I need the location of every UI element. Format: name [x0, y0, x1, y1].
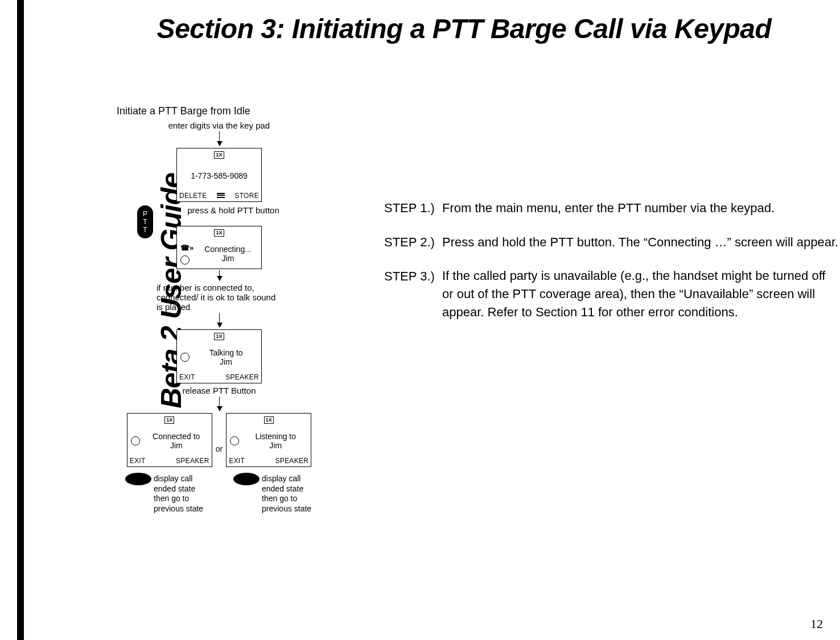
sidebar: PTT Beta 2 User Guide: [0, 0, 80, 640]
page-title: Section 3: Initiating a PTT Barge Call v…: [100, 11, 829, 47]
softkey-speaker: SPEAKER: [225, 373, 259, 381]
softkey-store: STORE: [234, 192, 259, 200]
face-talk-icon: [180, 353, 190, 362]
phone-screen-listening: 1X Listening to Jim EXIT SPEAKER: [226, 413, 311, 467]
diagram-end-note: display call ended state then go to prev…: [228, 474, 319, 514]
screen-line: Jim: [244, 441, 307, 450]
diagram-step-release: release PTT Button: [117, 386, 322, 395]
phone-out-icon: ☎»: [180, 243, 193, 252]
flow-diagram: Initiate a PTT Barge from Idle enter dig…: [117, 105, 322, 514]
step-item: STEP 1.) From the main menu, enter the P…: [384, 199, 839, 217]
signal-1x-icon: 1X: [214, 151, 224, 159]
signal-1x-icon: 1X: [214, 333, 224, 340]
signal-1x-icon: 1X: [214, 229, 224, 237]
softkey-delete: DELETE: [179, 192, 207, 200]
diagram-step-enter-digits: enter digits via the key pad: [117, 121, 322, 130]
phone-screen-talking: 1X Talking to Jim EXIT SPEAKER: [176, 329, 262, 383]
diagram-note-connected: if number is connected to, connected/ it…: [157, 283, 282, 312]
softkey-exit: EXIT: [179, 373, 195, 381]
screen-line: Listening to: [244, 432, 307, 441]
phone-screen-connected: 1X Connected to Jim EXIT SPEAKER: [127, 413, 212, 467]
phone-screen-connecting: 1X ☎» Connecting... Jim: [176, 226, 262, 269]
step-body: From the main menu, enter the PTT number…: [384, 199, 839, 217]
menu-icon: [217, 192, 225, 200]
step-item: STEP 2.) Press and hold the PTT button. …: [384, 233, 839, 251]
screen-line: Jim: [198, 254, 258, 263]
step-body: Press and hold the PTT button. The “Conn…: [384, 233, 839, 251]
face-icon: [180, 255, 190, 265]
step-label: STEP 2.): [384, 235, 435, 249]
arrow-icon: [219, 270, 220, 280]
screen-line: Jim: [194, 357, 258, 366]
screen-line: Talking to: [194, 348, 258, 357]
step-body: If the called party is unavailable (e.g.…: [384, 267, 839, 321]
arrow-icon: [219, 397, 220, 411]
signal-1x-icon: 1X: [264, 416, 274, 424]
softkey-speaker: SPEAKER: [275, 457, 308, 465]
sidebar-stripe: [17, 0, 24, 640]
softkey-exit: EXIT: [229, 457, 245, 465]
face-idle-icon: [131, 436, 140, 445]
screen-line: Connected to: [145, 432, 208, 441]
page-number: 12: [810, 617, 823, 631]
screen-line: Jim: [145, 441, 208, 450]
step-label: STEP 3.): [384, 269, 435, 283]
signal-1x-icon: 1X: [164, 416, 174, 424]
dialed-number: 1-773-585-9089: [191, 171, 248, 180]
diagram-or-label: or: [216, 427, 223, 453]
screen-line: Connecting...: [198, 245, 258, 254]
step-item: STEP 3.) If the called party is unavaila…: [384, 267, 839, 322]
step-label: STEP 1.): [384, 201, 435, 215]
softkey-speaker: SPEAKER: [176, 457, 209, 465]
arrow-icon: [219, 313, 220, 327]
diagram-end-note: display call ended state then go to prev…: [120, 474, 211, 514]
steps-list: STEP 1.) From the main menu, enter the P…: [384, 199, 839, 337]
face-listen-icon: [230, 436, 239, 445]
diagram-title: Initiate a PTT Barge from Idle: [117, 105, 322, 117]
ptt-button-icon: PTT: [137, 205, 153, 238]
softkey-exit: EXIT: [130, 457, 146, 465]
phone-screen-dial: 1X 1-773-585-9089 DELETE STORE: [176, 148, 262, 202]
arrow-icon: [219, 131, 220, 146]
